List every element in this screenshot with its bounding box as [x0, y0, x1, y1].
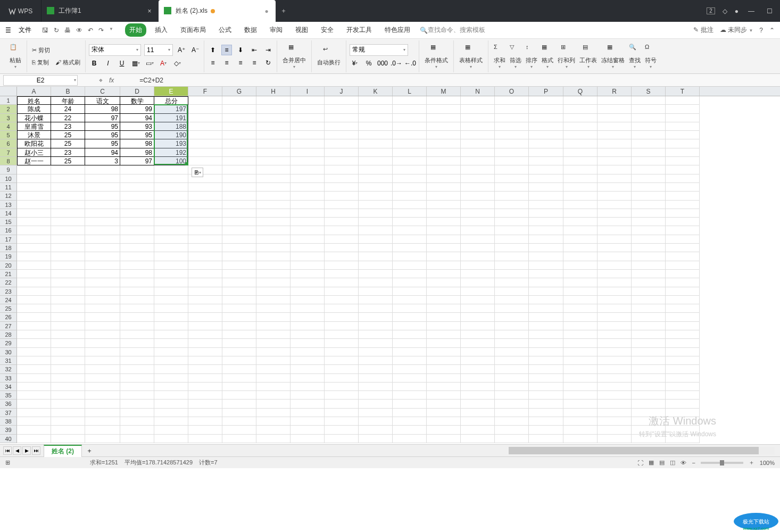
cell-S13[interactable] — [632, 201, 666, 209]
cell-H25[interactable] — [256, 304, 291, 313]
cell-K12[interactable] — [359, 192, 393, 200]
cell-T23[interactable] — [666, 287, 700, 296]
row-header-22[interactable]: 22 — [0, 278, 17, 287]
doc-tab-1[interactable]: 工作簿1 × — [42, 0, 159, 22]
cell-R25[interactable] — [598, 304, 632, 313]
cell-L40[interactable] — [393, 435, 427, 443]
file-menu[interactable]: 文件 — [14, 23, 36, 37]
cell-A11[interactable] — [17, 183, 51, 192]
cell-B19[interactable] — [51, 252, 85, 261]
cell-N16[interactable] — [461, 226, 495, 235]
cell-A34[interactable] — [17, 383, 51, 391]
cell-M8[interactable] — [427, 157, 461, 165]
cell-I28[interactable] — [291, 330, 325, 339]
cell-J12[interactable] — [325, 192, 359, 200]
cell-I4[interactable] — [291, 122, 325, 131]
cell-N15[interactable] — [461, 218, 495, 226]
cell-M13[interactable] — [427, 201, 461, 209]
cell-H34[interactable] — [256, 383, 291, 391]
cell-S34[interactable] — [632, 383, 666, 391]
cell-B37[interactable] — [51, 409, 85, 417]
cell-M22[interactable] — [427, 278, 461, 287]
align-left-icon[interactable]: ≡ — [208, 57, 218, 68]
align-justify-icon[interactable]: ≡ — [249, 57, 260, 68]
cell-I3[interactable] — [291, 114, 325, 122]
cell-M21[interactable] — [427, 270, 461, 278]
cell-P17[interactable] — [529, 235, 563, 244]
font-name-select[interactable]: 宋体▾ — [89, 44, 141, 56]
cell-Q26[interactable] — [563, 313, 598, 321]
cell-F36[interactable] — [188, 400, 222, 408]
cell-N10[interactable] — [461, 174, 495, 183]
cell-C25[interactable] — [85, 304, 120, 313]
cell-A39[interactable] — [17, 426, 51, 434]
col-header-S[interactable]: S — [632, 87, 666, 96]
cell-S3[interactable] — [632, 114, 666, 122]
cell-D37[interactable] — [120, 409, 154, 417]
cell-K7[interactable] — [359, 148, 393, 157]
decrease-font-icon[interactable]: A⁻ — [190, 45, 201, 55]
cell-H2[interactable] — [256, 105, 291, 113]
rowcol-button[interactable]: ⊞行和列▾ — [555, 43, 577, 70]
row-header-10[interactable]: 10 — [0, 174, 17, 183]
cell-K40[interactable] — [359, 435, 393, 443]
cell-R7[interactable] — [598, 148, 632, 157]
cell-L35[interactable] — [393, 391, 427, 400]
cell-A18[interactable] — [17, 244, 51, 252]
cell-N13[interactable] — [461, 201, 495, 209]
cell-F39[interactable] — [188, 426, 222, 434]
cell-D11[interactable] — [120, 183, 154, 192]
cell-D4[interactable]: 93 — [120, 122, 154, 131]
cell-C17[interactable] — [85, 235, 120, 244]
cell-D13[interactable] — [120, 201, 154, 209]
cell-Q22[interactable] — [563, 278, 598, 287]
cell-N26[interactable] — [461, 313, 495, 321]
cell-D23[interactable] — [120, 287, 154, 296]
cell-L19[interactable] — [393, 252, 427, 261]
cell-J37[interactable] — [325, 409, 359, 417]
cell-B7[interactable]: 23 — [51, 148, 85, 157]
cell-I20[interactable] — [291, 261, 325, 270]
cell-R14[interactable] — [598, 209, 632, 218]
cell-D24[interactable] — [120, 296, 154, 304]
row-header-14[interactable]: 14 — [0, 209, 17, 218]
cell-G16[interactable] — [222, 226, 256, 235]
cell-K15[interactable] — [359, 218, 393, 226]
cell-M14[interactable] — [427, 209, 461, 218]
cell-B8[interactable]: 25 — [51, 157, 85, 165]
merge-button[interactable]: ▦合并居中▾ — [280, 43, 308, 70]
cell-S35[interactable] — [632, 391, 666, 400]
cell-I1[interactable] — [291, 96, 325, 105]
cell-O29[interactable] — [495, 339, 529, 347]
cell-D22[interactable] — [120, 278, 154, 287]
cell-J33[interactable] — [325, 374, 359, 383]
cell-G3[interactable] — [222, 114, 256, 122]
cell-H27[interactable] — [256, 322, 291, 330]
cell-R36[interactable] — [598, 400, 632, 408]
sheet-next-button[interactable]: ▶ — [22, 446, 31, 455]
cell-L28[interactable] — [393, 330, 427, 339]
cell-Q8[interactable] — [563, 157, 598, 165]
cell-H16[interactable] — [256, 226, 291, 235]
cell-P8[interactable] — [529, 157, 563, 165]
cell-I30[interactable] — [291, 348, 325, 356]
cell-E26[interactable] — [154, 313, 188, 321]
cell-Q5[interactable] — [563, 131, 598, 139]
font-color-icon[interactable]: A▾ — [158, 58, 169, 69]
cell-D35[interactable] — [120, 391, 154, 400]
cell-A40[interactable] — [17, 435, 51, 443]
cell-T22[interactable] — [666, 278, 700, 287]
cell-F37[interactable] — [188, 409, 222, 417]
fx-icon[interactable]: fx — [109, 77, 114, 84]
cell-G20[interactable] — [222, 261, 256, 270]
cell-T32[interactable] — [666, 365, 700, 373]
cell-A38[interactable] — [17, 417, 51, 426]
row-header-26[interactable]: 26 — [0, 313, 17, 321]
cell-E18[interactable] — [154, 244, 188, 252]
col-header-F[interactable]: F — [188, 87, 222, 96]
cell-M37[interactable] — [427, 409, 461, 417]
cell-G7[interactable] — [222, 148, 256, 157]
cell-R1[interactable] — [598, 96, 632, 105]
row-header-34[interactable]: 34 — [0, 383, 17, 391]
cell-T27[interactable] — [666, 322, 700, 330]
